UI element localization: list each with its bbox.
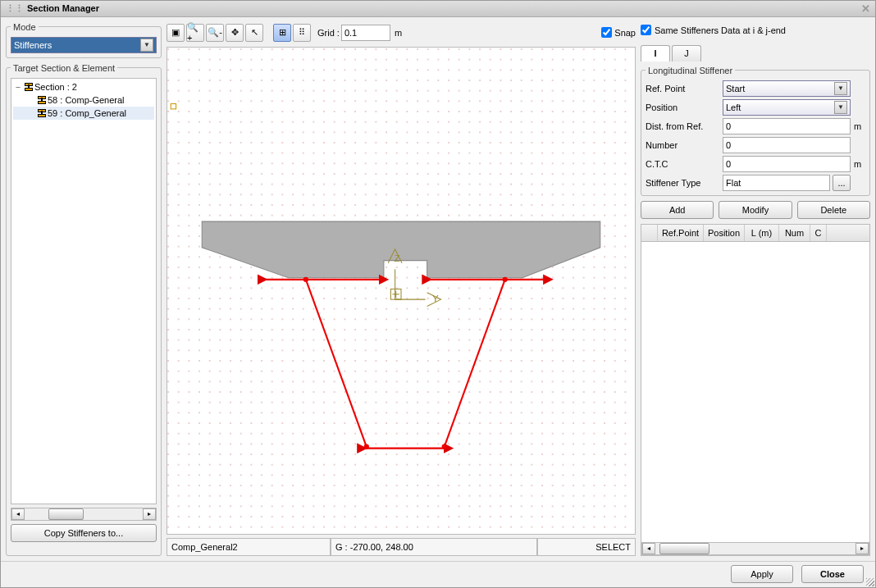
table-col-header[interactable]: L (m) — [745, 225, 779, 241]
svg-point-5 — [442, 444, 447, 449]
svg-text:Z: Z — [395, 252, 400, 262]
svg-point-4 — [364, 444, 369, 449]
table-col-header[interactable] — [641, 225, 658, 241]
delete-button[interactable]: Delete — [797, 201, 870, 219]
chevron-down-icon[interactable]: ▼ — [140, 39, 153, 52]
number-label: Number — [646, 140, 719, 150]
ctc-unit: m — [854, 159, 865, 169]
scroll-track[interactable] — [655, 543, 855, 554]
status-coordinates: G : -270.00, 248.00 — [331, 538, 537, 556]
stiffener-table[interactable]: Ref.PointPositionL (m)NumC ◂ ▸ — [641, 224, 870, 556]
svg-point-2 — [303, 276, 308, 281]
scroll-right-icon[interactable]: ▸ — [855, 543, 869, 554]
copy-stiffeners-button[interactable]: Copy Stiffeners to... — [11, 524, 157, 542]
table-header: Ref.PointPositionL (m)NumC — [641, 225, 869, 242]
snap-point-icon[interactable]: ⠿ — [293, 24, 311, 42]
scroll-track[interactable] — [25, 508, 143, 520]
ij-tabs: I J — [641, 45, 870, 62]
mode-legend: Mode — [11, 22, 39, 32]
dist-label: Dist. from Ref. — [646, 121, 719, 131]
close-button[interactable]: Close — [801, 565, 864, 583]
mode-value: Stiffeners — [14, 40, 52, 50]
target-legend: Target Section & Element — [11, 63, 117, 73]
svg-point-3 — [503, 276, 508, 281]
drag-handle-icon: ⋮⋮ — [6, 3, 24, 14]
grid-unit: m — [395, 28, 402, 38]
scroll-right-icon[interactable]: ▸ — [143, 508, 156, 520]
tree-root-label: Section : 2 — [34, 82, 77, 92]
tab-i[interactable]: I — [641, 45, 670, 62]
snap-checkbox[interactable] — [601, 27, 612, 38]
dist-input[interactable] — [723, 118, 851, 134]
ibeam-icon — [38, 96, 46, 104]
longitudinal-legend: Longitudinal Stiffener — [646, 66, 735, 75]
stiff-type-label: Stiffener Type — [646, 178, 719, 188]
tab-j[interactable]: J — [672, 45, 701, 62]
same-stiffeners-checkbox[interactable] — [641, 25, 651, 35]
scroll-thumb[interactable] — [48, 508, 84, 520]
tree-item[interactable]: 59 : Comp_General — [13, 107, 154, 120]
ibeam-icon — [25, 83, 33, 91]
ctc-label: C.T.C — [646, 159, 719, 169]
snap-grid-icon[interactable]: ⊞ — [273, 24, 291, 42]
tree-item-label: 58 : Comp-General — [48, 95, 125, 105]
status-mode: SELECT — [537, 538, 636, 556]
canvas-toolbar: ▣ 🔍+ 🔍- ✥ ↖ ⊞ ⠿ Grid : m Snap — [167, 22, 636, 43]
scroll-left-icon[interactable]: ◂ — [11, 508, 25, 520]
grid-label: Grid : — [317, 28, 340, 38]
table-hscroll[interactable]: ◂ ▸ — [641, 542, 869, 555]
tree-item-label: 59 : Comp_General — [48, 108, 126, 118]
table-col-header[interactable]: Ref.Point — [658, 225, 704, 241]
number-input[interactable] — [723, 137, 851, 153]
modify-button[interactable]: Modify — [719, 201, 792, 219]
ibeam-icon — [38, 109, 46, 117]
scroll-thumb[interactable] — [659, 543, 709, 554]
zoom-out-icon[interactable]: 🔍- — [206, 24, 224, 42]
tree-hscroll[interactable]: ◂ ▸ — [11, 508, 157, 521]
scroll-left-icon[interactable]: ◂ — [642, 543, 655, 554]
section-canvas[interactable]: Z Y — [167, 47, 636, 535]
stiff-type-input[interactable] — [723, 175, 830, 191]
status-section-name: Comp_General2 — [167, 538, 331, 556]
ref-point-combo[interactable]: Start▼ — [723, 80, 851, 97]
pan-icon[interactable]: ✥ — [226, 24, 244, 42]
stiff-type-browse-button[interactable]: ... — [833, 175, 851, 191]
target-group: Target Section & Element − Section : 2 5… — [6, 63, 162, 556]
tree-item[interactable]: 58 : Comp-General — [13, 93, 154, 107]
titlebar[interactable]: ⋮⋮ Section Manager ✕ — [1, 1, 875, 17]
zoom-fit-icon[interactable]: ▣ — [167, 24, 185, 42]
tree-root[interactable]: − Section : 2 — [13, 80, 154, 93]
table-body[interactable] — [641, 242, 869, 542]
table-col-header[interactable]: Num — [779, 225, 810, 241]
mode-group: Mode Stiffeners ▼ — [6, 22, 162, 58]
chevron-down-icon[interactable]: ▼ — [834, 101, 847, 114]
longitudinal-group: Longitudinal Stiffener Ref. Point Start▼… — [641, 66, 870, 196]
same-stiffeners-label: Same Stiffeners Data at i & j-end — [655, 25, 786, 35]
zoom-in-icon[interactable]: 🔍+ — [186, 24, 204, 42]
svg-text:Y: Y — [432, 293, 439, 303]
select-icon[interactable]: ↖ — [245, 24, 263, 42]
ctc-input[interactable] — [723, 156, 851, 172]
section-tree[interactable]: − Section : 2 58 : Comp-General 59 : Com… — [11, 78, 157, 504]
grid-input[interactable] — [341, 25, 390, 41]
ref-point-label: Ref. Point — [646, 84, 719, 93]
table-col-header[interactable]: Position — [704, 225, 745, 241]
window-title: Section Manager — [27, 3, 99, 13]
mode-combo[interactable]: Stiffeners ▼ — [11, 37, 157, 53]
canvas-statusbar: Comp_General2 G : -270.00, 248.00 SELECT — [167, 538, 636, 556]
same-stiffeners-row[interactable]: Same Stiffeners Data at i & j-end — [641, 22, 870, 39]
snap-label: Snap — [614, 28, 636, 38]
position-combo[interactable]: Left▼ — [723, 99, 851, 116]
add-button[interactable]: Add — [641, 201, 714, 219]
table-col-header[interactable]: C — [810, 225, 827, 241]
chevron-down-icon[interactable]: ▼ — [834, 82, 847, 95]
collapse-icon[interactable]: − — [13, 82, 23, 92]
close-icon[interactable]: ✕ — [861, 2, 870, 15]
dialog-footer: Apply Close — [1, 561, 875, 587]
apply-button[interactable]: Apply — [731, 565, 793, 583]
position-label: Position — [646, 103, 719, 112]
dist-unit: m — [854, 121, 865, 131]
